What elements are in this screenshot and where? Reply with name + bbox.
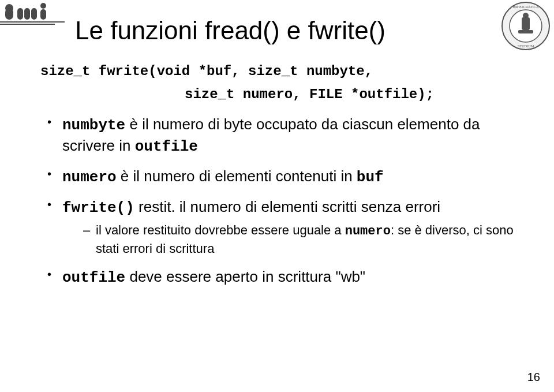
bullet-list: numbyte è il numero di byte occupato da … — [47, 114, 514, 297]
page-number: 16 — [527, 371, 540, 384]
bullet-item: numbyte è il numero di byte occupato da … — [47, 114, 514, 157]
sub-bullet-text: il valore restituito dovrebbe essere ugu… — [96, 223, 345, 237]
svg-point-6 — [40, 3, 46, 9]
bullet-item: outfile deve essere aperto in scrittura … — [47, 267, 514, 288]
code-token: outfile — [135, 138, 198, 155]
bullet-text: è il numero di byte occupato da ciascun … — [62, 115, 480, 154]
code-signature-line2: size_t numero, FILE *outfile); — [185, 87, 434, 102]
code-token: buf — [357, 169, 384, 186]
code-token: outfile — [62, 269, 125, 286]
sub-bullet-item: il valore restituito dovrebbe essere ugu… — [83, 222, 514, 257]
svg-rect-3 — [17, 8, 23, 20]
svg-rect-5 — [31, 8, 37, 20]
bullet-text: restit. il numero di elementi scritti se… — [134, 198, 440, 215]
svg-text:HIPPOCRATICA: HIPPOCRATICA — [512, 5, 539, 9]
svg-rect-12 — [522, 17, 530, 30]
code-signature-line1: size_t fwrite(void *buf, size_t numbyte, — [40, 64, 373, 79]
svg-text:STUDIUM: STUDIUM — [518, 44, 534, 48]
bullet-text: deve essere aperto in scrittura "wb" — [125, 268, 365, 285]
code-token: fwrite() — [62, 199, 134, 216]
university-seal: HIPPOCRATICA STUDIUM — [501, 1, 551, 51]
code-token: numero — [62, 169, 117, 186]
svg-rect-14 — [518, 30, 533, 33]
svg-rect-4 — [24, 8, 30, 20]
code-token: numero — [345, 224, 391, 238]
slide-page: HIPPOCRATICA STUDIUM Le funzioni fread()… — [0, 0, 554, 392]
bullet-item: numero è il numero di elementi contenuti… — [47, 166, 514, 188]
svg-rect-7 — [40, 9, 46, 20]
dmi-logo — [0, 0, 65, 27]
svg-rect-2 — [5, 8, 13, 20]
code-token: numbyte — [62, 117, 125, 134]
slide-title: Le funzioni fread() e fwrite() — [75, 16, 385, 45]
bullet-item: fwrite() restit. il numero di elementi s… — [47, 197, 514, 257]
bullet-text: è il numero di elementi contenuti in — [117, 167, 357, 185]
svg-point-13 — [523, 13, 529, 18]
